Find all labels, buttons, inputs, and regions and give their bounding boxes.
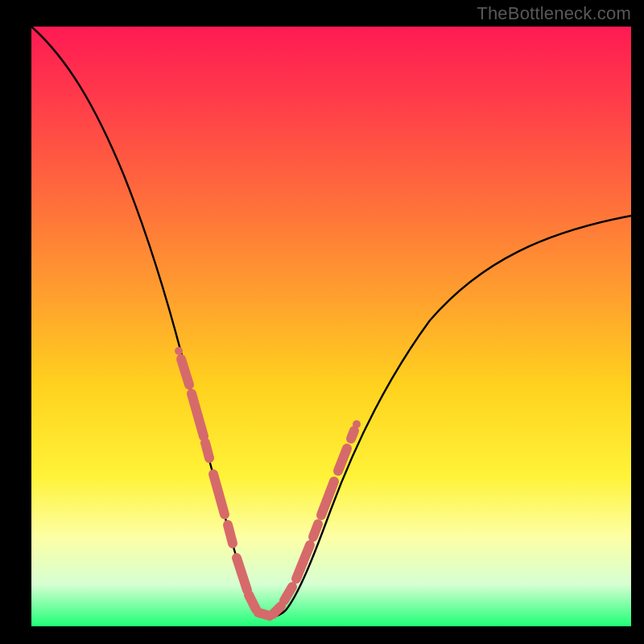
- svg-point-0: [175, 347, 183, 355]
- svg-point-1: [353, 420, 361, 428]
- bottleneck-curve: [31, 27, 631, 626]
- highlight-beads: [181, 359, 354, 616]
- plot-area: [31, 27, 631, 626]
- curve-path: [31, 27, 631, 617]
- watermark-text: TheBottleneck.com: [477, 3, 631, 24]
- chart-frame: TheBottleneck.com: [0, 0, 644, 644]
